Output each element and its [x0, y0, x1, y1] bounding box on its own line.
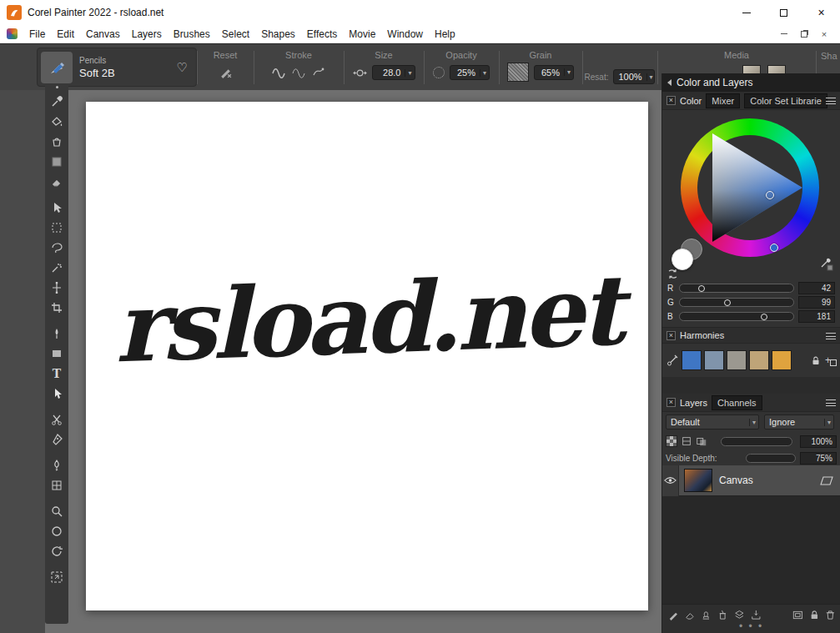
reset-brush-icon[interactable] — [219, 65, 233, 79]
brush-jar-icon[interactable] — [717, 609, 729, 621]
color-panel-menu-icon[interactable] — [826, 98, 836, 104]
menu-file[interactable]: File — [29, 28, 45, 40]
grabber-tool[interactable] — [46, 521, 68, 541]
paint-bucket-tool[interactable] — [46, 112, 68, 132]
harmony-swatch[interactable] — [704, 350, 724, 370]
tab-color[interactable]: Color — [680, 96, 702, 106]
doc-close-button[interactable]: × — [818, 28, 830, 40]
checkerboard-icon[interactable] — [666, 435, 677, 447]
rotate-page-tool[interactable] — [46, 541, 68, 561]
lock-layer-icon[interactable] — [808, 609, 821, 621]
delete-layer-icon[interactable] — [824, 609, 837, 621]
tab-color-set-libraries[interactable]: Color Set Librarie — [744, 93, 827, 108]
color-panel-toggle-icon[interactable]: × — [666, 96, 676, 105]
hue-selector-knob[interactable] — [770, 244, 778, 252]
harmony-swatch[interactable] — [727, 350, 747, 370]
add-harmony-icon[interactable]: + — [825, 354, 837, 366]
grain-texture-thumbnail[interactable] — [507, 63, 529, 82]
more-options-dots[interactable]: • • • — [739, 620, 763, 632]
lock-harmony-icon[interactable] — [810, 354, 822, 367]
pen-tool[interactable] — [46, 324, 68, 344]
green-slider-knob[interactable] — [724, 299, 731, 306]
resat-dropdown-icon[interactable]: ▾ — [646, 73, 653, 81]
swap-colors-icon[interactable] — [667, 269, 678, 279]
menu-effects[interactable]: Effects — [307, 28, 337, 40]
layers-panel-toggle-icon[interactable]: × — [666, 398, 676, 407]
menu-edit[interactable]: Edit — [57, 28, 74, 40]
color-picker-icon[interactable] — [819, 257, 834, 272]
harmonies-toggle-icon[interactable]: × — [666, 331, 676, 340]
red-value-field[interactable]: 42 — [798, 282, 835, 294]
brush-selector-button[interactable]: Pencils Soft 2B ♡ — [37, 48, 197, 87]
mirror-painting-tool[interactable] — [46, 455, 68, 475]
visible-depth-slider[interactable] — [746, 454, 796, 463]
stamp-icon[interactable] — [700, 609, 712, 621]
stroke-thin-squiggle-icon[interactable] — [291, 65, 306, 78]
selection-adjuster-tool[interactable] — [46, 278, 68, 298]
tab-mixer[interactable]: Mixer — [706, 93, 740, 108]
harmony-swatch[interactable] — [749, 350, 769, 370]
tab-channels[interactable]: Channels — [712, 395, 762, 410]
layer-mask-icon[interactable] — [696, 435, 707, 447]
canvas-frame-icon[interactable] — [792, 609, 804, 621]
doc-restore-button[interactable] — [798, 28, 810, 40]
stroke-squiggle-icon[interactable] — [271, 65, 286, 78]
harmonies-menu-icon[interactable] — [826, 333, 836, 339]
menu-movie[interactable]: Movie — [349, 28, 375, 40]
menu-window[interactable]: Window — [387, 28, 423, 40]
layer-adjuster-tool[interactable] — [46, 198, 68, 218]
composite-method-select[interactable]: Default ▾ — [666, 414, 759, 430]
collapse-panel-icon[interactable] — [667, 79, 671, 86]
harmony-link-icon[interactable] — [666, 354, 679, 367]
opacity-dropdown-icon[interactable]: ▾ — [480, 69, 486, 77]
close-button[interactable]: × — [802, 0, 840, 25]
menu-canvas[interactable]: Canvas — [86, 28, 120, 40]
shape-edit-tool[interactable] — [46, 430, 68, 450]
erase-layer-icon[interactable] — [684, 609, 697, 621]
tab-layers[interactable]: Layers — [680, 398, 707, 408]
menu-layers[interactable]: Layers — [132, 28, 162, 40]
visible-depth-value[interactable]: 75% — [800, 452, 837, 465]
harmony-swatch[interactable] — [682, 350, 702, 370]
layer-opacity-slider[interactable] — [721, 437, 792, 446]
crop-tool[interactable] — [46, 298, 68, 318]
layer-row-canvas[interactable]: Canvas — [662, 465, 840, 496]
menu-brushes[interactable]: Brushes — [174, 28, 210, 40]
edit-layer-icon[interactable] — [667, 609, 680, 621]
grain-value-field[interactable]: 65% ▾ — [534, 65, 574, 80]
main-color-swatch[interactable] — [671, 249, 693, 270]
menu-help[interactable]: Help — [435, 28, 455, 40]
red-slider[interactable] — [679, 284, 794, 293]
size-value-field[interactable]: 28.0 ▾ — [372, 65, 415, 80]
wet-paint-tool[interactable] — [46, 132, 68, 152]
rectangular-shape-tool[interactable] — [46, 344, 68, 364]
new-layer-icon[interactable] — [733, 609, 746, 621]
shape-selection-tool[interactable] — [46, 384, 68, 404]
red-slider-knob[interactable] — [698, 285, 705, 292]
composite-depth-select[interactable]: Ignore ▾ — [764, 414, 834, 430]
menu-select[interactable]: Select — [222, 28, 249, 40]
stroke-taper-icon[interactable] — [311, 65, 326, 78]
maximize-button[interactable] — [765, 0, 802, 25]
eraser-tool[interactable] — [46, 172, 68, 192]
minimize-button[interactable] — [727, 0, 765, 25]
visibility-cell[interactable] — [662, 465, 679, 496]
doc-minimize-button[interactable] — [778, 28, 790, 40]
magnifier-tool[interactable] — [46, 501, 68, 521]
scissors-tool[interactable] — [46, 409, 68, 430]
preserve-transparency-icon[interactable] — [681, 435, 692, 447]
layer-opacity-value[interactable]: 100% — [800, 435, 837, 448]
blue-value-field[interactable]: 181 — [798, 310, 835, 323]
grain-dropdown-icon[interactable]: ▾ — [564, 68, 571, 76]
triangle-selector-knob[interactable] — [766, 191, 774, 199]
blue-slider[interactable] — [679, 312, 794, 321]
blue-slider-knob[interactable] — [761, 314, 767, 320]
size-dropdown-icon[interactable]: ▾ — [405, 69, 411, 77]
text-tool[interactable]: T — [46, 364, 68, 384]
opacity-value-field[interactable]: 25% ▾ — [450, 65, 490, 80]
paper-color-swatch[interactable] — [46, 152, 68, 172]
layout-grid-tool[interactable] — [46, 475, 68, 495]
green-value-field[interactable]: 99 — [798, 296, 835, 309]
magic-wand-tool[interactable] — [46, 258, 68, 278]
dropper-tool[interactable] — [46, 92, 68, 112]
